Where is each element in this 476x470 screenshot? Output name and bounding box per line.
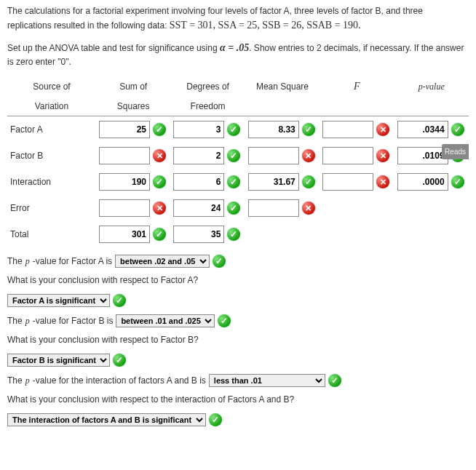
f-b-input[interactable] <box>322 147 373 164</box>
check-icon <box>113 294 126 307</box>
check-icon <box>213 255 226 268</box>
check-icon <box>209 413 222 426</box>
pvalue-b-select[interactable]: between .01 and .025 <box>116 314 215 327</box>
x-icon <box>302 202 315 215</box>
x-icon <box>302 149 315 162</box>
check-icon <box>227 175 240 188</box>
pvalue-b-line: The p-value for Factor B is between .01 … <box>7 314 469 327</box>
check-icon <box>153 175 166 188</box>
x-icon <box>153 149 166 162</box>
x-icon <box>376 175 389 188</box>
anova-table: Source of Sum of Degrees of Mean Square … <box>7 76 469 247</box>
check-icon <box>328 374 341 387</box>
df-a-input[interactable] <box>173 121 224 138</box>
read-aloud-badge[interactable]: Reads <box>442 144 469 159</box>
check-icon <box>302 175 315 188</box>
conclusion-ab-select[interactable]: The interaction of factors A and B is si… <box>7 413 206 426</box>
p-ab-input[interactable] <box>397 173 448 191</box>
pvalue-a-line: The p-value for Factor A is between .02 … <box>7 255 469 268</box>
ss-tot-input[interactable] <box>99 226 150 243</box>
check-icon <box>451 123 464 136</box>
alpha-value: α = .05 <box>220 42 249 53</box>
f-ab-input[interactable] <box>322 173 373 191</box>
conclusion-a-question: What is your conclusion with respect to … <box>7 274 469 287</box>
df-ab-input[interactable] <box>173 173 224 191</box>
conclusion-ab-question: What is your conclusion with respect to … <box>7 393 469 406</box>
pvalue-ab-select[interactable]: less than .01 <box>209 374 325 387</box>
table-row-interaction: Interaction <box>7 169 469 195</box>
ss-a-input[interactable] <box>99 121 150 138</box>
df-err-input[interactable] <box>173 199 224 217</box>
table-row-error: Error <box>7 195 469 221</box>
ms-b-input[interactable] <box>248 147 299 164</box>
check-icon <box>153 123 166 136</box>
check-icon <box>227 149 240 162</box>
check-icon <box>451 175 464 188</box>
problem-statement: The calculations for a factorial experim… <box>7 4 469 33</box>
pvalue-a-select[interactable]: between .02 and .05 <box>115 255 210 268</box>
instructions: Set up the ANOVA table and test for sign… <box>7 40 469 68</box>
check-icon <box>227 123 240 136</box>
f-a-input[interactable] <box>322 121 373 138</box>
check-icon <box>227 228 240 241</box>
check-icon <box>113 354 126 367</box>
x-icon <box>376 149 389 162</box>
ss-ab-input[interactable] <box>99 173 150 191</box>
table-row-factor-b: Factor B <box>7 143 469 169</box>
x-icon <box>376 123 389 136</box>
ss-err-input[interactable] <box>99 199 150 217</box>
equation: SST = 301, SSA = 25, SSB = 26, SSAB = 19… <box>170 20 361 31</box>
conclusion-b-select[interactable]: Factor B is significant <box>7 354 110 367</box>
check-icon <box>218 314 231 327</box>
df-tot-input[interactable] <box>173 226 224 243</box>
ms-a-input[interactable] <box>248 121 299 138</box>
p-a-input[interactable] <box>397 121 448 138</box>
df-b-input[interactable] <box>173 147 224 164</box>
ms-ab-input[interactable] <box>248 173 299 191</box>
conclusion-b-question: What is your conclusion with respect to … <box>7 333 469 346</box>
check-icon <box>227 202 240 215</box>
ms-err-input[interactable] <box>248 199 299 217</box>
ss-b-input[interactable] <box>99 147 150 164</box>
conclusion-a-select[interactable]: Factor A is significant <box>7 294 110 307</box>
table-row-total: Total <box>7 221 469 247</box>
x-icon <box>153 202 166 215</box>
p-b-input[interactable] <box>397 147 448 164</box>
pvalue-ab-line: The p-value for the interaction of facto… <box>7 374 469 387</box>
table-row-factor-a: Factor A <box>7 116 469 143</box>
check-icon <box>153 228 166 241</box>
check-icon <box>302 123 315 136</box>
